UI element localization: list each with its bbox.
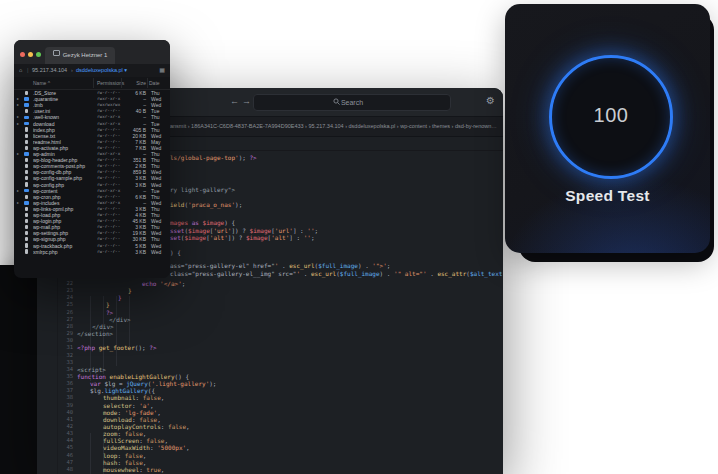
code-token: sset xyxy=(170,227,184,234)
code-token: false xyxy=(125,430,143,437)
code-token: ]) ? xyxy=(231,227,249,234)
file-icon xyxy=(25,158,29,162)
code-token: , xyxy=(143,459,147,466)
forward-arrow-icon[interactable]: → xyxy=(242,97,251,106)
line-number: 31 xyxy=(54,344,73,351)
line-number: 33 xyxy=(54,359,73,366)
file-icon xyxy=(25,231,29,235)
code-token: zoom xyxy=(103,430,117,437)
code-token: ls/global-page-top' xyxy=(170,154,239,161)
file-icon xyxy=(25,127,29,131)
column-name-label: Name xyxy=(33,80,46,86)
code-token: class="press-gallery-el__img" src=" xyxy=(170,270,296,277)
file-date: Wed xyxy=(151,249,161,255)
code-token: ' xyxy=(296,270,303,277)
code-token: , xyxy=(161,394,165,401)
code-line: <?php get_footer(); ?> xyxy=(77,344,157,351)
code-line: function enableLightGallery() { xyxy=(77,373,189,380)
server-address[interactable]: 95.217.34.104 xyxy=(32,64,67,77)
code-token: function xyxy=(77,373,106,380)
code-token: ) . xyxy=(380,270,394,277)
code-token: lightGallery xyxy=(104,387,147,394)
code-line-fragment: sset($image['url']) ? $image['url'] : ''… xyxy=(170,227,318,234)
window-tab[interactable]: Gezyk Hetzner 1 xyxy=(45,47,115,64)
file-icon xyxy=(25,213,29,217)
code-line: ?> xyxy=(106,309,113,316)
code-token: , xyxy=(186,423,190,430)
zoom-button[interactable] xyxy=(36,52,41,57)
code-token: ; xyxy=(387,262,391,269)
line-number: 36 xyxy=(54,380,73,387)
path-bar: ⌂ | 95.217.34.104 › dsddeluxepolska.pl ▾… xyxy=(14,64,170,78)
code-line: </section> xyxy=(77,330,113,337)
minimize-button[interactable] xyxy=(28,52,33,57)
file-row[interactable]: xmlrpc.phprw-r--r--3 KBWed xyxy=(14,249,170,255)
code-line-fragment: ls/global-page-top'); ?> xyxy=(170,154,257,161)
code-line-fragment: ass="press-gallery-el" href="' . esc_url… xyxy=(170,262,390,269)
code-token: '.light-gallery' xyxy=(151,380,209,387)
code-token: false xyxy=(125,459,143,466)
back-arrow-icon[interactable]: ← xyxy=(230,97,239,106)
code-token: () { xyxy=(175,373,189,380)
file-icon xyxy=(25,140,29,144)
code-token: 'alt' xyxy=(271,234,289,241)
code-line: mousewheel: true, xyxy=(103,466,164,473)
code-token: enableLightGallery xyxy=(110,373,175,380)
code-token: ) . xyxy=(358,262,372,269)
path-divider: | xyxy=(27,64,28,77)
column-header-size[interactable]: Size xyxy=(126,77,146,89)
file-icon xyxy=(25,207,29,211)
search-icon xyxy=(333,98,341,106)
file-icon xyxy=(25,195,29,199)
column-header-name[interactable]: Name ^ xyxy=(33,77,50,89)
code-line: hash: false, xyxy=(103,459,146,466)
code-token: , xyxy=(157,416,161,423)
settings-gear-icon[interactable]: ⚙ xyxy=(486,96,495,106)
speed-value: 100 xyxy=(549,104,673,127)
code-token: 'a' xyxy=(139,402,150,409)
line-number: 27 xyxy=(54,316,73,323)
file-icon xyxy=(25,237,29,241)
site-link-label: dsddeluxepolska.pl xyxy=(76,67,123,73)
code-token: ); xyxy=(209,380,216,387)
site-link[interactable]: dsddeluxepolska.pl ▾ xyxy=(76,64,127,77)
sort-caret-icon: ^ xyxy=(48,80,50,86)
code-token: : xyxy=(136,394,143,401)
search-input[interactable] xyxy=(253,94,451,111)
file-icon xyxy=(25,182,29,186)
caret-down-icon: ▾ xyxy=(124,67,127,73)
home-icon[interactable]: ⌂ xyxy=(19,64,22,77)
code-token: '' xyxy=(304,234,311,241)
code-token: ; xyxy=(182,280,186,287)
close-button[interactable] xyxy=(20,52,25,57)
code-token: false xyxy=(146,437,164,444)
folder-icon xyxy=(24,122,29,126)
code-line-fragment: ) { xyxy=(170,249,181,256)
code-token: mages xyxy=(170,219,188,226)
code-token: ; xyxy=(315,227,319,234)
line-number: 22 xyxy=(54,280,73,287)
code-token: 'url' xyxy=(275,227,293,234)
code-token: ield xyxy=(170,201,184,208)
code-token: : xyxy=(161,423,168,430)
code-token: ass="press-gallery-el" href=" xyxy=(170,262,275,269)
code-token: } xyxy=(118,294,122,301)
code-token: $image xyxy=(203,219,225,226)
code-line: } xyxy=(128,287,132,294)
file-icon xyxy=(25,249,29,253)
code-token: mode xyxy=(103,409,117,416)
code-line: echo '</a>'; xyxy=(142,280,185,287)
code-token: $lg = xyxy=(101,380,126,387)
code-line: $lg.lightGallery({ xyxy=(90,387,155,394)
code-line-fragment: mages as $image) { xyxy=(170,219,235,226)
code-token: ]) ? xyxy=(228,234,246,241)
code-token: 'url' xyxy=(213,227,231,234)
line-number: 28 xyxy=(54,323,73,330)
code-line: <script> xyxy=(77,366,106,373)
column-header-date[interactable]: Date xyxy=(149,77,160,89)
background-window-corner xyxy=(0,265,37,474)
code-token: , xyxy=(157,409,161,416)
code-token: , xyxy=(186,444,190,451)
line-number: 43 xyxy=(54,430,73,437)
grid-view-icon[interactable]: ▦ xyxy=(159,64,165,77)
